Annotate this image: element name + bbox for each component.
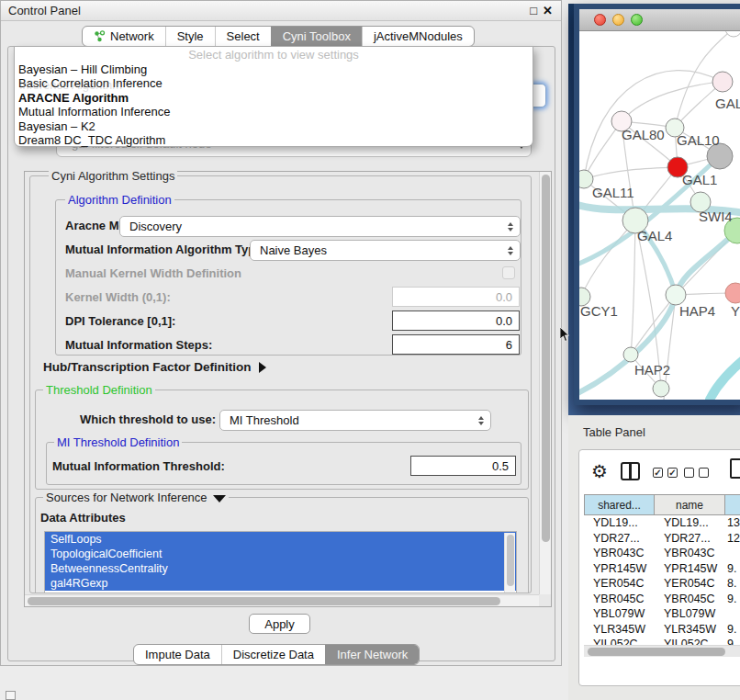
table-horizontal-scrollbar[interactable] bbox=[584, 645, 740, 657]
list-vertical-scrollbar[interactable] bbox=[504, 533, 515, 593]
show-columns-icon[interactable] bbox=[621, 462, 640, 480]
cell[interactable] bbox=[725, 606, 740, 622]
attribute-item-selected[interactable]: gal4RGexp bbox=[45, 576, 516, 591]
deselect-all-checkbox-icon[interactable] bbox=[699, 468, 709, 478]
cell[interactable]: YDL19... bbox=[584, 515, 655, 531]
mi-algorithm-type-combo[interactable]: Naive Bayes bbox=[250, 240, 521, 261]
data-attributes-list[interactable]: SelfLoops TopologicalCoefficient Between… bbox=[44, 531, 517, 593]
table-row[interactable]: YDL19... YDL19... 13 bbox=[584, 515, 740, 531]
tab-cyni-toolbox[interactable]: Cyni Toolbox bbox=[271, 27, 362, 46]
table-row[interactable]: YBL079W YBL079W bbox=[584, 606, 740, 622]
dropdown-item-selected[interactable]: ARACNE Algorithm bbox=[15, 91, 533, 105]
cell[interactable]: 13 bbox=[725, 515, 740, 531]
close-window-icon[interactable]: ✕ bbox=[543, 4, 553, 17]
dropdown-item[interactable]: Bayesian – K2 bbox=[15, 119, 533, 133]
cell[interactable]: 8. bbox=[725, 576, 740, 592]
dpi-tolerance-field[interactable]: 0.0 bbox=[392, 310, 520, 331]
cell[interactable]: YDR27... bbox=[655, 531, 725, 547]
cell[interactable]: YPR145W bbox=[584, 561, 655, 577]
minimize-traffic-light-icon[interactable] bbox=[612, 14, 624, 26]
mi-threshold-definition-group: MI Threshold Definition Mutual Informati… bbox=[46, 442, 521, 485]
tab-select[interactable]: Select bbox=[215, 27, 271, 46]
table-row[interactable]: YDR27... YDR27... 12 bbox=[584, 531, 740, 547]
attribute-item-selected[interactable]: TopologicalCoefficient bbox=[45, 547, 516, 561]
network-canvas[interactable]: GAL GAL80 GAL10 GAL1 GAL11 SWI4 GAL4 GCY… bbox=[579, 31, 740, 400]
dropdown-item[interactable]: Dream8 DC_TDC Algorithm bbox=[15, 133, 533, 147]
node-label: HAP4 bbox=[679, 303, 715, 319]
cell[interactable]: YBL079W bbox=[655, 606, 725, 622]
sources-collapser[interactable]: Sources for Network Inference bbox=[43, 491, 229, 504]
select-all-checkbox-icon[interactable]: ✓ bbox=[653, 468, 663, 478]
node-hap2[interactable] bbox=[623, 347, 638, 362]
settings-vertical-scrollbar[interactable] bbox=[539, 172, 551, 594]
network-window-titlebar[interactable] bbox=[579, 9, 740, 31]
cell[interactable]: YPR145W bbox=[655, 561, 725, 577]
cell[interactable]: YBL079W bbox=[584, 606, 655, 622]
mi-steps-field[interactable]: 6 bbox=[392, 334, 520, 355]
node-gal-top[interactable] bbox=[712, 72, 733, 92]
cell[interactable]: YBR045C bbox=[584, 592, 655, 607]
node-bottom[interactable] bbox=[653, 380, 669, 397]
table-row[interactable]: YBR043C YBR043C bbox=[584, 546, 740, 561]
sources-group: Sources for Network Inference Data Attri… bbox=[35, 497, 529, 593]
cell[interactable]: 9. bbox=[725, 622, 740, 638]
gear-icon[interactable]: ⚙ bbox=[591, 460, 608, 482]
tab-discretize-data[interactable]: Discretize Data bbox=[221, 645, 325, 664]
zoom-traffic-light-icon[interactable] bbox=[631, 14, 643, 26]
export-table-icon[interactable] bbox=[730, 458, 740, 479]
cell[interactable]: 9. bbox=[725, 592, 740, 607]
attribute-item-selected[interactable]: SelfLoops bbox=[45, 532, 516, 547]
attribute-item-selected[interactable]: BetweennessCentrality bbox=[45, 561, 516, 576]
cell[interactable]: YDL19... bbox=[655, 515, 725, 531]
settings-horizontal-scrollbar[interactable] bbox=[25, 594, 539, 606]
mi-threshold-field[interactable]: 0.5 bbox=[410, 456, 516, 476]
tab-impute-data[interactable]: Impute Data bbox=[134, 645, 221, 664]
network-view-window[interactable]: GAL GAL80 GAL10 GAL1 GAL11 SWI4 GAL4 GCY… bbox=[574, 4, 740, 405]
node-attribute-table[interactable]: shared... name A YDL19... YDL19... 13 YD… bbox=[584, 494, 740, 652]
cell[interactable]: YLR345W bbox=[584, 622, 655, 638]
dropdown-item[interactable]: Bayesian – Hill Climbing bbox=[15, 62, 533, 76]
node-label: Y bbox=[731, 303, 740, 319]
deselect-all-checkbox-icon[interactable] bbox=[684, 468, 694, 478]
kernel-width-field[interactable]: 0.0 bbox=[392, 287, 520, 307]
tab-jactivemnodules[interactable]: jActiveMNodules bbox=[362, 27, 474, 46]
which-threshold-label: Which threshold to use: bbox=[80, 412, 216, 426]
which-threshold-combo[interactable]: MI Threshold bbox=[219, 410, 491, 431]
cell[interactable]: YLR345W bbox=[655, 622, 725, 638]
manual-kernel-width-checkbox[interactable] bbox=[502, 266, 515, 279]
cell[interactable]: YBR045C bbox=[655, 592, 725, 607]
cell[interactable] bbox=[725, 546, 740, 561]
collapsed-panel-icon[interactable] bbox=[6, 691, 16, 700]
cell[interactable]: YBR043C bbox=[584, 546, 655, 561]
table-row[interactable]: YPR145W YPR145W 9. bbox=[584, 561, 740, 577]
close-traffic-light-icon[interactable] bbox=[594, 14, 606, 26]
cell[interactable]: YER054C bbox=[584, 576, 655, 592]
apply-button[interactable]: Apply bbox=[249, 614, 310, 634]
cell[interactable]: YDR27... bbox=[584, 531, 655, 547]
column-header[interactable]: shared... bbox=[584, 494, 655, 515]
cell[interactable]: 9. bbox=[725, 561, 740, 577]
table-row[interactable]: YLR345W YLR345W 9. bbox=[584, 622, 740, 638]
table-row[interactable]: YER054C YER054C 8. bbox=[584, 576, 740, 592]
select-all-checkbox-icon[interactable]: ✓ bbox=[667, 468, 678, 478]
cell[interactable]: YBR043C bbox=[655, 546, 725, 561]
column-header[interactable]: A bbox=[725, 494, 740, 515]
float-window-icon[interactable]: □ bbox=[530, 4, 537, 17]
node-hap4[interactable] bbox=[666, 285, 686, 305]
table-row[interactable]: YBR045C YBR045C 9. bbox=[584, 592, 740, 607]
table-header-row[interactable]: shared... name A bbox=[584, 494, 740, 515]
aracne-mode-combo[interactable]: Discovery bbox=[119, 216, 521, 237]
tab-network[interactable]: Network bbox=[83, 27, 165, 46]
cell[interactable]: YER054C bbox=[655, 576, 725, 592]
node-partial-top[interactable] bbox=[725, 31, 740, 37]
node-salmon[interactable] bbox=[725, 283, 740, 303]
dropdown-item[interactable]: Mutual Information Inference bbox=[15, 105, 533, 119]
tab-infer-network[interactable]: Infer Network bbox=[325, 645, 419, 664]
field-value: 6 bbox=[506, 338, 512, 352]
mi-threshold-label: Mutual Information Threshold: bbox=[52, 459, 225, 473]
node-gal11[interactable] bbox=[579, 170, 593, 188]
cell[interactable]: 12 bbox=[725, 531, 740, 547]
hub-definition-expander[interactable]: Hub/Transcription Factor Definition bbox=[43, 360, 266, 374]
column-header[interactable]: name bbox=[655, 494, 725, 515]
tab-style[interactable]: Style bbox=[165, 27, 215, 46]
